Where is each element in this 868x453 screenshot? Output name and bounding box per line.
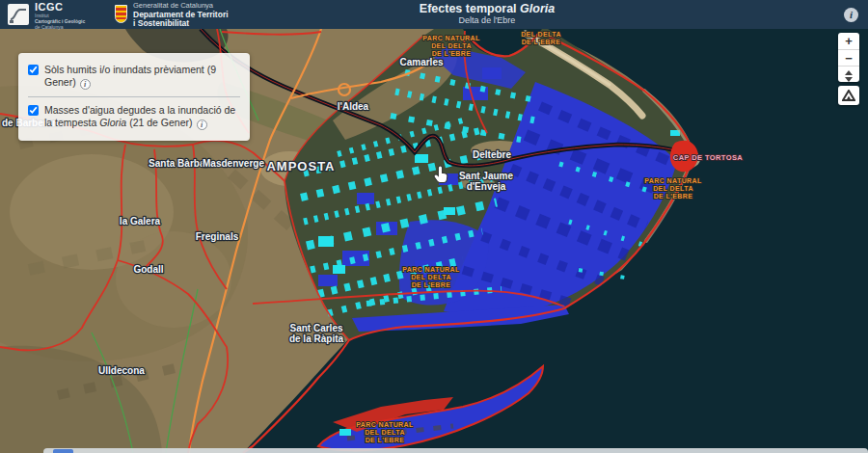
bottom-toolbar[interactable]	[43, 448, 868, 453]
label-sant-jaume: Sant Jaume	[459, 171, 514, 181]
header-bar: ICGC Institut Cartogràfic i Geològic de …	[0, 0, 868, 29]
info-button[interactable]: i	[844, 8, 858, 22]
zoom-control: + −	[838, 33, 859, 82]
svg-text:PARC NATURAL: PARC NATURAL	[422, 35, 480, 41]
svg-text:DE L'EBRE: DE L'EBRE	[366, 437, 405, 443]
svg-text:DEL DELTA: DEL DELTA	[365, 429, 405, 436]
icgc-wordmark: ICGC Institut Cartogràfic i Geològic de …	[35, 2, 85, 30]
zoom-out-button[interactable]: −	[838, 49, 859, 66]
layers-panel: Sòls humits i/o inundats prèviament (9 G…	[18, 53, 250, 141]
label-freginals: Freginals	[196, 231, 239, 242]
layer-label-gloria-flood: Masses d'aigua degudes a la inundació de…	[44, 104, 240, 130]
label-cap-de-tortosa: CAP DE TORTOSA	[673, 153, 743, 162]
mountain-icon	[842, 90, 855, 101]
svg-text:DEL DELTA: DEL DELTA	[653, 185, 693, 192]
panel-divider	[28, 96, 240, 97]
svg-text:DE L'EBRE: DE L'EBRE	[654, 193, 693, 200]
label-godall: Godall	[133, 264, 163, 275]
icgc-logo[interactable]	[8, 4, 29, 25]
label-la-galera: la Galera	[120, 216, 161, 226]
label-denveja: d'Enveja	[467, 181, 506, 192]
layer-row-previous-flood: Sòls humits i/o inundats prèviament (9 G…	[28, 61, 240, 93]
terrain-view-button[interactable]	[838, 86, 859, 105]
bottom-toolbar-button[interactable]	[53, 449, 73, 453]
svg-text:DEL DELTA: DEL DELTA	[431, 42, 472, 49]
layer-label-previous-flood: Sòls humits i/o inundats prèviament (9 G…	[44, 64, 240, 90]
svg-text:DE L'EBRE: DE L'EBRE	[432, 50, 472, 57]
svg-text:PARC NATURAL: PARC NATURAL	[402, 266, 460, 273]
svg-text:DEL DELTA: DEL DELTA	[411, 274, 451, 280]
svg-text:PARC NATURAL: PARC NATURAL	[644, 177, 702, 184]
checkbox-previous-flood[interactable]	[28, 65, 39, 75]
park-label-fangar: DEL DELTA DE L'EBRE	[521, 31, 561, 45]
generalitat-wordmark: Generalitat de Catalunya Departament de …	[133, 2, 229, 29]
layer-row-gloria-flood: Masses d'aigua degudes a la inundació de…	[28, 101, 240, 133]
label-amposta: AMPOSTA	[266, 159, 335, 173]
checkbox-gloria-flood[interactable]	[28, 105, 39, 116]
label-camarles: Camarles	[399, 57, 443, 67]
svg-text:DE L'EBRE: DE L'EBRE	[522, 39, 561, 45]
label-sant-carles: Sant Carles	[289, 323, 342, 333]
label-laldea: l'Aldea	[338, 101, 369, 112]
svg-text:DE L'EBRE: DE L'EBRE	[412, 281, 451, 288]
svg-text:PARC NATURAL: PARC NATURAL	[356, 421, 414, 428]
info-icon-previous-flood[interactable]: i	[80, 79, 91, 90]
label-ulldecona: Ulldecona	[98, 365, 145, 376]
zoom-slider-handle[interactable]	[838, 66, 859, 82]
generalitat-logo[interactable]	[115, 5, 127, 23]
app-window: de Barberans Santa Bàrbara Masdenverge A…	[0, 0, 868, 453]
page-title: Efectes temporal Gloria Delta de l'Ebre	[391, 2, 583, 26]
svg-text:DEL DELTA: DEL DELTA	[521, 31, 561, 38]
zoom-in-button[interactable]: +	[838, 33, 859, 49]
label-de-la-rapita: de la Ràpita	[289, 333, 344, 344]
label-masdenverge: Masdenverge	[203, 158, 264, 169]
label-deltebre: Deltebre	[473, 149, 511, 160]
info-icon-gloria-flood[interactable]: i	[197, 120, 207, 130]
page-subtitle: Delta de l'Ebre	[391, 15, 583, 25]
